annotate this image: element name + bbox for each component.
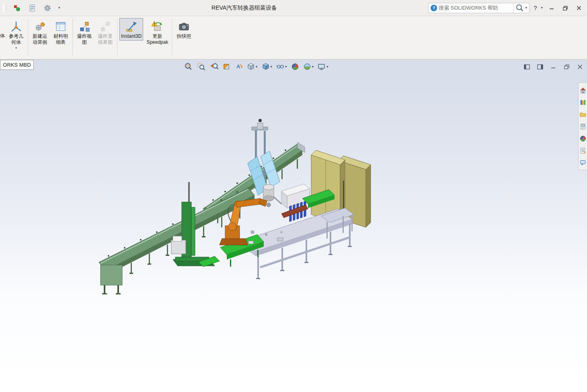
exploded-view-icon bbox=[78, 20, 91, 33]
tab-solidworks-mbd[interactable]: ORKS MBD bbox=[0, 60, 34, 70]
zoom-area-button[interactable] bbox=[196, 61, 207, 72]
edit-appearance-icon bbox=[291, 63, 299, 71]
document-window-controls bbox=[523, 63, 583, 70]
search-button[interactable]: ▾ bbox=[513, 3, 530, 13]
view-orientation-button[interactable]: ▾ bbox=[246, 61, 259, 72]
view-orientation-caret-icon[interactable]: ▾ bbox=[256, 65, 258, 69]
search-input[interactable] bbox=[437, 5, 513, 11]
ribbon-separator bbox=[72, 18, 73, 56]
apply-scene-caret-icon[interactable]: ▾ bbox=[312, 65, 314, 69]
clipped-ribbon-button[interactable]: 体 bbox=[0, 18, 6, 56]
hide-show-items-button[interactable]: ▾ bbox=[275, 61, 288, 72]
ribbon-button-instant3d[interactable]: Instant3D bbox=[119, 18, 143, 41]
snapshot-icon bbox=[177, 20, 190, 33]
edit-appearance-button[interactable] bbox=[290, 61, 300, 72]
close-button[interactable] bbox=[574, 4, 584, 12]
display-style-button[interactable]: ▾ bbox=[261, 61, 273, 72]
previous-view-icon bbox=[210, 62, 219, 71]
maximize-button[interactable] bbox=[560, 4, 570, 12]
zoom-area-icon bbox=[197, 62, 206, 71]
ribbon-button-bill-of-materials[interactable]: 材料明 细表 bbox=[51, 18, 70, 47]
reference-geometry-icon bbox=[10, 20, 23, 33]
station-fixtures bbox=[263, 184, 310, 222]
view-settings-button[interactable]: ▾ bbox=[317, 61, 329, 72]
display-style-icon bbox=[262, 63, 270, 71]
search-box[interactable]: ? ▾ bbox=[428, 3, 530, 13]
view-orientation-icon bbox=[247, 63, 255, 71]
graphics-viewport: ORKS MBD A ▾ ▾ ▾ bbox=[0, 59, 587, 392]
ribbon-button-exploded-view[interactable]: 爆炸视 图 bbox=[75, 18, 94, 47]
apply-scene-icon bbox=[303, 63, 311, 71]
collaboration-icon[interactable] bbox=[12, 4, 21, 12]
annotation-views-icon: A bbox=[235, 63, 243, 71]
help-circle-icon: ? bbox=[431, 5, 437, 11]
view-palette-icon[interactable] bbox=[579, 123, 586, 130]
annotation-views-button[interactable]: A bbox=[234, 61, 244, 72]
help-menu[interactable]: ? bbox=[534, 4, 537, 11]
ribbon-toolbar: 体 参考几 何体 ▾ 新建运 动算例 材料明 细表 爆炸视 图 bbox=[0, 16, 587, 59]
help-caret-icon[interactable]: ▾ bbox=[541, 6, 543, 10]
minimize-button[interactable] bbox=[547, 4, 556, 12]
view-settings-icon bbox=[318, 63, 326, 71]
bom-icon bbox=[54, 20, 67, 33]
forum-icon[interactable] bbox=[579, 159, 586, 166]
display-style-caret-icon[interactable]: ▾ bbox=[271, 65, 273, 69]
ribbon-button-explode-line-sketch: 爆炸直 线草图 bbox=[96, 18, 115, 47]
zoom-fit-button[interactable] bbox=[183, 61, 194, 72]
custom-properties-icon[interactable] bbox=[579, 147, 586, 154]
hide-show-items-icon bbox=[276, 63, 284, 71]
ribbon-separator bbox=[172, 18, 172, 56]
minimize-doc-icon[interactable] bbox=[550, 63, 556, 70]
ribbon-button-reference-geometry[interactable]: 参考几 何体 ▾ bbox=[6, 18, 26, 51]
titlebar-right-tools: ? ▾ ? ▾ bbox=[428, 3, 587, 13]
search-icon bbox=[515, 4, 524, 12]
heads-up-view-toolbar: A ▾ ▾ ▾ ▾ ▾ bbox=[183, 61, 329, 72]
hide-show-caret-icon[interactable]: ▾ bbox=[285, 65, 287, 69]
section-view-icon bbox=[223, 63, 231, 71]
close-doc-icon[interactable] bbox=[577, 63, 583, 70]
restore-doc-icon[interactable] bbox=[563, 63, 570, 70]
resources-home-icon[interactable] bbox=[579, 87, 586, 94]
instant3d-icon bbox=[125, 20, 138, 33]
apply-scene-button[interactable]: ▾ bbox=[302, 61, 315, 72]
ribbon-button-take-snapshot[interactable]: 拍快照 bbox=[174, 18, 193, 41]
ribbon-separator bbox=[117, 18, 117, 56]
task-pane-strip bbox=[578, 82, 587, 170]
search-caret-icon[interactable]: ▾ bbox=[525, 6, 527, 10]
view-settings-caret-icon[interactable]: ▾ bbox=[326, 65, 328, 69]
pane-left-icon[interactable] bbox=[523, 63, 530, 70]
settings-gear-icon[interactable] bbox=[43, 4, 52, 12]
previous-view-button[interactable] bbox=[209, 61, 220, 72]
ribbon-separator bbox=[28, 18, 28, 56]
motion-study-icon bbox=[33, 20, 46, 33]
design-library-icon[interactable] bbox=[579, 99, 586, 106]
assembly-3d-model[interactable] bbox=[0, 59, 587, 392]
toolbar-dropdown-caret-icon[interactable]: ▾ bbox=[58, 6, 60, 10]
pane-right-icon[interactable] bbox=[537, 63, 543, 70]
zoom-fit-icon bbox=[184, 62, 193, 71]
dropdown-caret-icon[interactable]: ▾ bbox=[15, 46, 17, 50]
svg-text:A: A bbox=[236, 63, 240, 69]
update-speedpak-icon bbox=[151, 20, 164, 33]
clipped-toolbar-icon[interactable] bbox=[2, 3, 6, 13]
app-titlebar: ▾ REVA汽车转换器组装设备 ? ▾ ? ▾ bbox=[0, 0, 587, 16]
file-explorer-icon[interactable] bbox=[579, 111, 586, 118]
window-title: REVA汽车转换器组装设备 bbox=[60, 4, 428, 12]
section-view-button[interactable] bbox=[222, 61, 232, 72]
ribbon-button-update-speedpak[interactable]: 更新 Speedpak bbox=[145, 18, 170, 47]
explode-line-sketch-icon bbox=[99, 20, 112, 33]
ribbon-button-new-motion-study[interactable]: 新建运 动算例 bbox=[30, 18, 49, 47]
document-notes-icon[interactable] bbox=[28, 4, 37, 12]
titlebar-left-tools: ▾ bbox=[0, 3, 60, 13]
appearances-scenes-icon[interactable] bbox=[579, 135, 586, 142]
